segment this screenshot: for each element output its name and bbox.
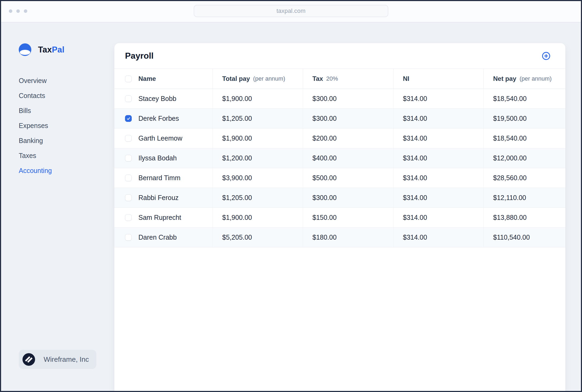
screenshot-frame: taxpal.com TaxPal Overview Contacts Bill… xyxy=(0,0,582,392)
net-pay-value: $19,500.00 xyxy=(483,109,565,128)
total-pay-value: $5,205.00 xyxy=(213,228,303,247)
total-pay-value: $1,200.00 xyxy=(213,148,303,168)
window-controls xyxy=(9,9,27,13)
net-pay-value: $12,110.00 xyxy=(483,188,565,208)
plus-circle-icon xyxy=(541,51,551,61)
payroll-card: Payroll Name Total pay xyxy=(114,43,565,392)
table-row: Derek Forbes $1,205.00 $300.00 $314.00 $… xyxy=(114,109,565,129)
total-pay-value: $1,205.00 xyxy=(213,109,303,128)
table-row: Stacey Bobb $1,900.00 $300.00 $314.00 $1… xyxy=(114,89,565,109)
brand[interactable]: TaxPal xyxy=(19,43,65,56)
url-text: taxpal.com xyxy=(277,7,305,14)
sidebar-item-overview[interactable]: Overview xyxy=(19,76,52,85)
employee-name: Ilyssa Bodah xyxy=(138,154,177,162)
table-row: Sam Ruprecht $1,900.00 $150.00 $314.00 $… xyxy=(114,208,565,228)
window-control-dot[interactable] xyxy=(16,9,20,13)
workspace-switcher[interactable]: Wireframe, Inc xyxy=(19,350,96,369)
workspace-name: Wireframe, Inc xyxy=(44,355,89,364)
ni-value: $314.00 xyxy=(393,208,483,227)
table-row: Bernard Timm $3,900.00 $500.00 $314.00 $… xyxy=(114,168,565,188)
ni-value: $314.00 xyxy=(393,228,483,247)
taxpal-logo-icon xyxy=(19,43,31,56)
column-header-name: Name xyxy=(114,69,213,89)
table-header: Name Total pay (per annum) Tax 20% NI Ne… xyxy=(114,69,565,89)
window-control-dot[interactable] xyxy=(9,9,12,13)
wireframe-logo-icon xyxy=(22,353,35,366)
net-pay-value: $110,540.00 xyxy=(483,228,565,247)
employee-name: Bernard Timm xyxy=(138,174,180,182)
total-pay-value: $1,900.00 xyxy=(213,129,303,148)
add-entry-button[interactable] xyxy=(541,51,551,61)
sidebar-item-bills[interactable]: Bills xyxy=(19,106,52,115)
ni-value: $314.00 xyxy=(393,89,483,108)
net-pay-value: $28,560.00 xyxy=(483,168,565,188)
tax-value: $200.00 xyxy=(303,129,393,148)
sidebar-item-banking[interactable]: Banking xyxy=(19,136,52,145)
total-pay-value: $3,900.00 xyxy=(213,168,303,188)
table-row: Garth Leemow $1,900.00 $200.00 $314.00 $… xyxy=(114,129,565,148)
sidebar-item-expenses[interactable]: Expenses xyxy=(19,121,52,130)
ni-value: $314.00 xyxy=(393,148,483,168)
column-header-tax: Tax 20% xyxy=(303,69,393,89)
net-pay-value: $18,540.00 xyxy=(483,129,565,148)
browser-chrome: taxpal.com xyxy=(1,1,581,22)
ni-value: $314.00 xyxy=(393,129,483,148)
total-pay-value: $1,205.00 xyxy=(213,188,303,208)
net-pay-value: $12,000.00 xyxy=(483,148,565,168)
employee-name: Daren Crabb xyxy=(138,233,177,241)
ni-value: $314.00 xyxy=(393,168,483,188)
row-checkbox[interactable] xyxy=(125,115,132,122)
url-bar[interactable]: taxpal.com xyxy=(194,5,388,17)
row-checkbox[interactable] xyxy=(125,194,132,201)
sidebar-nav: Overview Contacts Bills Expenses Banking… xyxy=(19,76,52,181)
tax-value: $400.00 xyxy=(303,148,393,168)
tax-value: $180.00 xyxy=(303,228,393,247)
table-row: Rabbi Ferouz $1,205.00 $300.00 $314.00 $… xyxy=(114,188,565,208)
sidebar-item-taxes[interactable]: Taxes xyxy=(19,151,52,160)
tax-value: $300.00 xyxy=(303,89,393,108)
employee-name: Stacey Bobb xyxy=(138,95,176,103)
row-checkbox[interactable] xyxy=(125,175,132,181)
row-checkbox[interactable] xyxy=(125,234,132,241)
row-checkbox[interactable] xyxy=(125,214,132,221)
tax-value: $500.00 xyxy=(303,168,393,188)
sidebar-item-contacts[interactable]: Contacts xyxy=(19,91,52,100)
employee-name: Sam Ruprecht xyxy=(138,214,181,221)
sidebar-item-accounting[interactable]: Accounting xyxy=(19,166,52,175)
column-header-ni: NI xyxy=(393,69,483,89)
tax-value: $150.00 xyxy=(303,208,393,227)
employee-name: Garth Leemow xyxy=(138,134,182,142)
tax-value: $300.00 xyxy=(303,188,393,208)
tax-value: $300.00 xyxy=(303,109,393,128)
brand-name: TaxPal xyxy=(38,45,65,55)
page-title: Payroll xyxy=(125,51,154,61)
total-pay-value: $1,900.00 xyxy=(213,89,303,108)
column-header-total-pay: Total pay (per annum) xyxy=(213,69,303,89)
row-checkbox[interactable] xyxy=(125,135,132,142)
payroll-card-header: Payroll xyxy=(114,43,565,69)
net-pay-value: $18,540.00 xyxy=(483,89,565,108)
table-row: Ilyssa Bodah $1,200.00 $400.00 $314.00 $… xyxy=(114,148,565,168)
total-pay-value: $1,900.00 xyxy=(213,208,303,227)
window-control-dot[interactable] xyxy=(24,9,27,13)
employee-name: Rabbi Ferouz xyxy=(138,194,179,202)
select-all-checkbox[interactable] xyxy=(125,76,132,82)
employee-name: Derek Forbes xyxy=(138,115,179,122)
app-body: TaxPal Overview Contacts Bills Expenses … xyxy=(1,22,581,391)
column-header-net-pay: Net pay (per annum) xyxy=(483,69,565,89)
ni-value: $314.00 xyxy=(393,109,483,128)
ni-value: $314.00 xyxy=(393,188,483,208)
net-pay-value: $13,880.00 xyxy=(483,208,565,227)
row-checkbox[interactable] xyxy=(125,155,132,161)
row-checkbox[interactable] xyxy=(125,95,132,102)
table-row: Daren Crabb $5,205.00 $180.00 $314.00 $1… xyxy=(114,228,565,247)
